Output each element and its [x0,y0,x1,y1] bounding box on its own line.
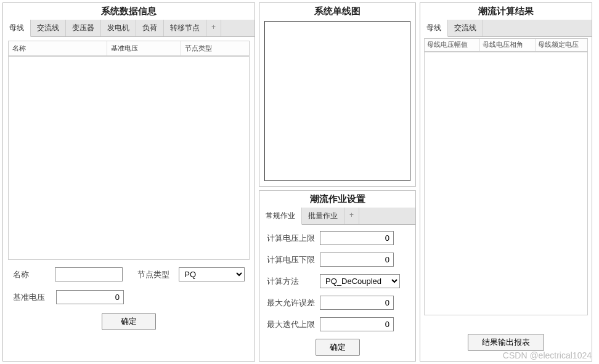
base-voltage-input[interactable] [56,290,124,304]
system-data-title: 系统数据信息 [3,3,255,20]
tab-result-acline[interactable]: 交流线 [448,20,483,36]
tab-transfer-node[interactable]: 转移节点 [164,20,206,36]
job-confirm-button[interactable]: 确定 [316,339,360,356]
result-table-body[interactable] [424,52,588,315]
node-type-select[interactable]: PQ [179,267,245,281]
powerflow-job-panel: 潮流作业设置 常规作业 批量作业 + 计算电压上限 计算电压下限 计算方法 [259,190,416,362]
bus-form: 名称 节点类型 PQ 基准电压 确定 [3,264,255,336]
powerflow-result-title: 潮流计算结果 [420,3,592,20]
col-base-voltage: 基准电压 [107,41,181,55]
method-select[interactable]: PQ_DeCoupled [320,274,400,288]
system-data-tabs: 母线 交流线 变压器 发电机 负荷 转移节点 + [3,20,255,37]
tab-acline[interactable]: 交流线 [31,20,66,36]
single-line-diagram-title: 系统单线图 [259,3,415,20]
tab-result-bus[interactable]: 母线 [420,20,448,37]
node-type-label: 节点类型 [137,269,179,280]
tab-bus[interactable]: 母线 [3,20,31,37]
v-upper-label: 计算电压上限 [267,233,320,244]
bus-table-header: 名称 基准电压 节点类型 [9,41,249,56]
diagram-canvas[interactable] [264,21,410,181]
tab-load[interactable]: 负荷 [136,20,164,36]
max-iter-label: 最大迭代上限 [267,319,320,330]
tab-add[interactable]: + [206,20,221,36]
name-label: 名称 [13,269,55,280]
col-v-rated: 母线额定电压 [536,39,587,51]
export-report-button[interactable]: 结果输出报表 [468,334,544,351]
powerflow-job-title: 潮流作业设置 [259,191,415,208]
tab-normal-job[interactable]: 常规作业 [259,208,302,225]
col-node-type: 节点类型 [181,41,249,55]
col-v-angle: 母线电压相角 [480,39,536,51]
job-form: 计算电压上限 计算电压下限 计算方法 PQ_DeCoupled 最大允许误差 [259,225,415,361]
tol-label: 最大允许误差 [267,297,320,309]
col-v-mag: 母线电压幅值 [425,39,480,51]
max-iter-input[interactable] [320,317,394,331]
v-lower-input[interactable] [320,253,394,267]
tab-batch-job[interactable]: 批量作业 [302,208,344,224]
powerflow-result-panel: 潮流计算结果 母线 交流线 母线电压幅值 母线电压相角 母线额定电压 结果输出报… [420,2,592,362]
system-data-panel: 系统数据信息 母线 交流线 变压器 发电机 负荷 转移节点 + 名称 基准电压 … [2,2,255,362]
col-name: 名称 [9,41,107,55]
single-line-diagram-panel: 系统单线图 [259,2,416,187]
method-label: 计算方法 [267,276,320,287]
bus-table-body[interactable] [8,57,250,260]
result-table-header: 母线电压幅值 母线电压相角 母线额定电压 [425,39,587,52]
job-tabs: 常规作业 批量作业 + [259,208,415,225]
name-input[interactable] [55,267,123,281]
confirm-button[interactable]: 确定 [102,313,156,330]
tab-job-add[interactable]: + [344,208,359,224]
tab-transformer[interactable]: 变压器 [66,20,101,36]
result-tabs: 母线 交流线 [420,20,592,37]
v-upper-input[interactable] [320,231,394,245]
tab-generator[interactable]: 发电机 [101,20,136,36]
tol-input[interactable] [320,296,394,310]
v-lower-label: 计算电压下限 [267,254,320,265]
base-voltage-label: 基准电压 [13,292,56,303]
